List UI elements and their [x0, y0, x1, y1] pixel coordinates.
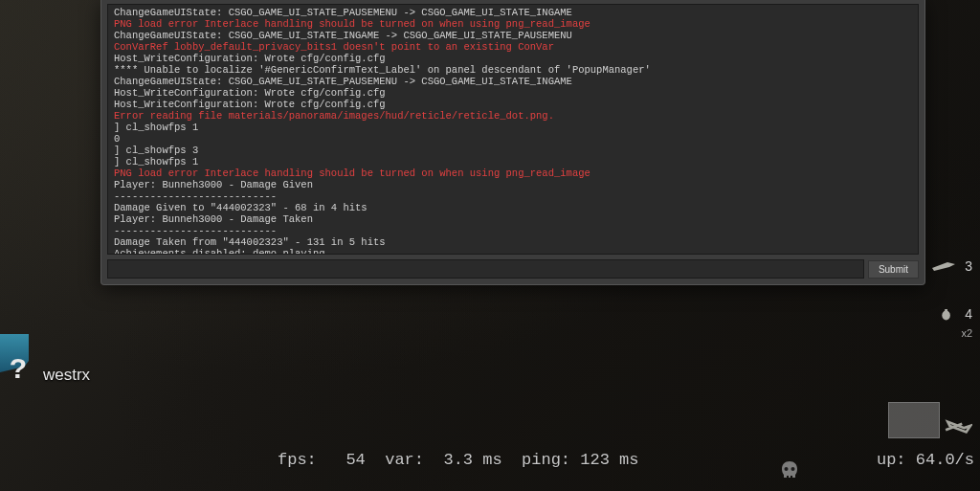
weapon-slot-3: 3 [930, 258, 972, 274]
console-output: ChangeGameUIState: CSGO_GAME_UI_STATE_PA… [107, 4, 919, 255]
netgraph-line-fps: fps: 54 var: 3.3 ms ping: 123 ms [278, 450, 746, 470]
netgraph-up: up: 64.0/s [847, 450, 974, 470]
hud-weapon-slots: 3 4 x2 [926, 258, 972, 435]
grenade-multiplier: x2 [961, 327, 972, 339]
knife-icon [930, 258, 957, 274]
svg-point-2 [785, 467, 789, 471]
skull-icon [779, 459, 800, 480]
svg-point-0 [942, 310, 950, 320]
weapon-slot-4: 4 [938, 304, 972, 324]
voice-player-name: westrx [43, 366, 90, 385]
submit-button[interactable]: Submit [868, 260, 919, 279]
console-input-row: Submit [101, 257, 924, 284]
weapon-slot-utility [944, 417, 972, 435]
voice-question-icon: ? [5, 352, 32, 383]
svg-rect-1 [945, 309, 947, 312]
slot-number: 3 [963, 258, 972, 274]
slot-number: 4 [963, 306, 972, 322]
developer-console: ChangeGameUIState: CSGO_GAME_UI_STATE_PA… [100, 0, 925, 285]
console-input[interactable] [107, 259, 864, 279]
svg-point-3 [791, 467, 795, 471]
wrench-icon [944, 417, 972, 435]
netgraph-stats: fps: 54 var: 3.3 ms ping: 123 ms loss: 0… [278, 410, 746, 491]
grenade-icon [938, 304, 957, 324]
